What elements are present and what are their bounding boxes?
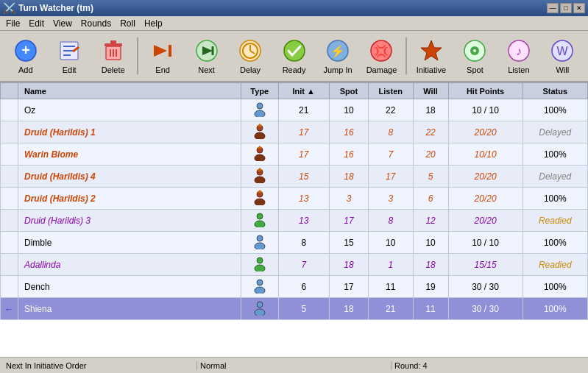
type-cell: [241, 210, 279, 232]
maximize-button[interactable]: □: [560, 3, 572, 13]
initiative-label: Initiative: [417, 65, 446, 74]
svg-point-22: [284, 40, 305, 61]
table-row[interactable]: Druid (Harildis) 21333620/20100%: [1, 188, 588, 210]
will-cell: 18: [413, 99, 448, 121]
hp-cell: 10 / 10: [448, 232, 523, 254]
listen-cell: 17: [368, 166, 413, 188]
will-button[interactable]: W Will: [542, 34, 584, 78]
hp-cell: 20/20: [448, 188, 523, 210]
jump-in-icon: ⚡: [325, 38, 351, 64]
ready-button[interactable]: Ready: [273, 34, 315, 78]
type-cell: [241, 298, 279, 320]
arrow-cell: [1, 166, 18, 188]
status-cell: Readied: [523, 254, 587, 276]
table-row[interactable]: Warin Blome171672010/10100%: [1, 143, 588, 166]
svg-point-54: [255, 265, 265, 271]
spot-cell: 3: [329, 188, 368, 210]
type-cell: [241, 143, 279, 166]
type-cell: [241, 166, 279, 188]
name-cell: Oz: [18, 99, 241, 121]
svg-point-52: [255, 243, 265, 249]
arrow-cell: [1, 232, 18, 254]
initiative-button[interactable]: Initiative: [410, 34, 452, 78]
arrow-cell: [1, 210, 18, 232]
listen-button[interactable]: ♪ Listen: [497, 34, 539, 78]
svg-marker-39: [257, 124, 263, 127]
menu-item-edit[interactable]: Edit: [24, 17, 49, 30]
next-icon: [194, 38, 220, 64]
will-label: Will: [556, 65, 569, 74]
menu-item-rounds[interactable]: Rounds: [77, 17, 116, 30]
table-row[interactable]: Druid (Harildis) 1171682220/20Delayed: [1, 121, 588, 143]
menu-item-view[interactable]: View: [49, 17, 77, 30]
will-cell: 18: [413, 254, 448, 276]
ready-label: Ready: [283, 65, 306, 74]
svg-point-35: [257, 103, 263, 109]
svg-rect-9: [110, 40, 116, 43]
add-button[interactable]: + Add: [4, 34, 46, 78]
svg-text:⚡: ⚡: [330, 44, 345, 58]
table-row[interactable]: Oz2110221810 / 10100%: [1, 99, 588, 121]
title-bar: ⚔️ Turn Watcher (tm) — □ ✕: [0, 0, 588, 16]
svg-marker-42: [257, 146, 263, 149]
will-icon: W: [549, 38, 575, 64]
name-cell: Druid (Harildis) 4: [18, 166, 241, 188]
will-cell: 6: [413, 188, 448, 210]
menu-item-help[interactable]: Help: [140, 17, 167, 30]
hp-cell: 30 / 30: [448, 298, 523, 320]
svg-point-36: [255, 110, 265, 117]
delete-button[interactable]: Delete: [92, 34, 134, 78]
listen-cell: 8: [368, 210, 413, 232]
end-button[interactable]: End: [141, 34, 183, 78]
spot-label: Spot: [467, 65, 483, 74]
table-row[interactable]: Druid (Harildis) 3131781220/20Readied: [1, 210, 588, 232]
init-cell: 7: [278, 254, 329, 276]
hp-cell: 20/20: [448, 121, 523, 143]
menu-item-roll[interactable]: Roll: [116, 17, 140, 30]
svg-point-30: [473, 49, 476, 52]
svg-point-57: [257, 302, 263, 308]
arrow-cell: [1, 121, 18, 143]
svg-point-56: [255, 287, 265, 294]
table-row[interactable]: Dench617111930 / 30100%: [1, 276, 588, 298]
minimize-button[interactable]: —: [547, 3, 559, 13]
svg-text:💢: 💢: [374, 44, 389, 58]
svg-point-50: [255, 221, 265, 227]
listen-cell: 22: [368, 99, 413, 121]
svg-point-49: [257, 213, 263, 219]
table-row[interactable]: Dimble815101010 / 10100%: [1, 232, 588, 254]
spot-button[interactable]: Spot: [454, 34, 496, 78]
status-left: Next In Initiative Order: [3, 361, 197, 370]
arrow-cell: ←: [1, 298, 18, 320]
spot-cell: 16: [329, 121, 368, 143]
hp-cell: 10/10: [448, 143, 523, 166]
will-cell: 12: [413, 210, 448, 232]
table-row[interactable]: Adallinda71811815/15Readied: [1, 254, 588, 276]
table-row[interactable]: ←Shiena518211130 / 30100%: [1, 298, 588, 320]
hp-cell: 10 / 10: [448, 99, 523, 121]
menu-item-file[interactable]: File: [1, 17, 24, 30]
status-cell: 100%: [523, 143, 587, 166]
svg-text:+: +: [21, 42, 30, 58]
delay-button[interactable]: Delay: [229, 34, 271, 78]
damage-button[interactable]: 💢 Damage: [361, 34, 403, 78]
name-cell: Druid (Harildis) 2: [18, 188, 241, 210]
will-cell: 20: [413, 143, 448, 166]
col-will: Will: [413, 83, 448, 99]
window-title: Turn Watcher (tm): [18, 3, 93, 13]
table-row[interactable]: Druid (Harildis) 4151817520/20Delayed: [1, 166, 588, 188]
status-cell: Readied: [523, 210, 587, 232]
next-button[interactable]: Next: [185, 34, 227, 78]
close-button[interactable]: ✕: [573, 3, 585, 13]
toolbar-separator-1: [137, 38, 138, 74]
listen-cell: 21: [368, 298, 413, 320]
arrow-cell: [1, 276, 18, 298]
damage-icon: 💢: [368, 38, 394, 64]
type-cell: [241, 254, 279, 276]
edit-button[interactable]: Edit: [48, 34, 90, 78]
jump-in-button[interactable]: ⚡ Jump In: [316, 34, 358, 78]
name-cell: Druid (Harildis) 3: [18, 210, 241, 232]
col-arrow: [1, 83, 18, 99]
toolbar: + Add Edit Delete: [0, 31, 588, 82]
initiative-icon: [418, 38, 444, 64]
